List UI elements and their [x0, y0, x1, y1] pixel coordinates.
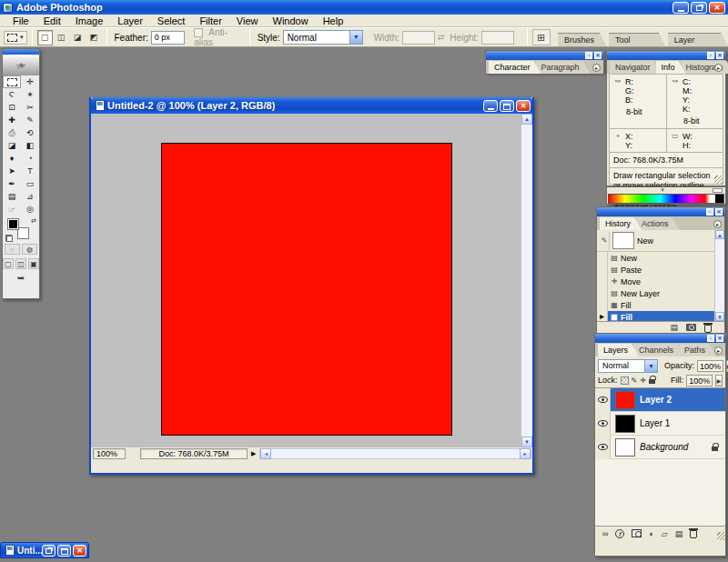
shape-tool[interactable]: ▭ [21, 177, 39, 190]
character-palette-titlebar[interactable]: ▫ ✕ [486, 51, 603, 60]
standard-mode-button[interactable]: ◌ [5, 244, 20, 255]
notes-tool[interactable]: ▤ [3, 190, 21, 203]
resize-grip[interactable] [717, 532, 725, 540]
gradient-tool[interactable]: ◧ [21, 139, 39, 152]
file-browser-button[interactable]: ⊞ [532, 29, 551, 45]
antialias-checkbox[interactable] [194, 28, 203, 37]
lasso-tool[interactable]: Ϛ [3, 88, 21, 101]
rectangular-marquee-tool[interactable] [3, 75, 21, 88]
layer-row-layer2[interactable]: Layer 2 [595, 388, 725, 412]
history-state-new[interactable]: ▤New [597, 252, 724, 264]
scroll-down-icon[interactable]: ▼ [521, 437, 532, 447]
horizontal-scrollbar[interactable]: ◂ ▸ [259, 448, 531, 459]
menu-image[interactable]: Image [68, 15, 111, 26]
min-close-button[interactable]: ✕ [73, 545, 86, 557]
new-group-button[interactable]: ▱ [662, 529, 668, 538]
height-input[interactable] [481, 31, 514, 45]
intersect-selection-button[interactable]: ◩ [86, 30, 102, 45]
history-state-paste[interactable]: ▤Paste [597, 264, 724, 276]
lock-all-icon[interactable] [649, 379, 655, 384]
resize-grip[interactable] [714, 176, 723, 184]
menu-help[interactable]: Help [316, 15, 351, 26]
blur-tool[interactable]: ♦ [3, 152, 21, 165]
foreground-color-swatch[interactable] [7, 218, 19, 230]
history-snapshot-row[interactable]: ✎ New [597, 230, 724, 252]
canvas[interactable] [161, 143, 452, 436]
palette-minimize-icon[interactable]: ▫ [707, 335, 714, 342]
quick-mask-mode-button[interactable]: ◍ [22, 244, 37, 255]
palette-close-icon[interactable]: ✕ [594, 52, 602, 59]
layer-name[interactable]: Layer 1 [640, 418, 670, 428]
eraser-tool[interactable]: ◪ [3, 139, 21, 152]
eye-icon[interactable] [598, 444, 608, 450]
lock-position-icon[interactable]: ✛ [640, 376, 646, 385]
delete-state-button[interactable] [704, 325, 712, 333]
history-palette-titlebar[interactable]: ▫ ✕ [597, 207, 724, 216]
layer-style-button[interactable]: f [615, 529, 624, 538]
clone-stamp-tool[interactable]: ⎙ [3, 126, 21, 139]
adjustment-layer-button[interactable]: ◐ [649, 529, 653, 538]
delete-layer-button[interactable] [690, 530, 697, 538]
history-state-new-layer[interactable]: ▤New Layer [597, 287, 724, 299]
fullscreen-button[interactable]: ▣ [28, 258, 39, 269]
tab-paths[interactable]: Paths [679, 344, 716, 356]
scroll-up-icon[interactable]: ▲ [715, 230, 724, 239]
well-tab-tool-presets[interactable]: Tool Presets [609, 33, 666, 46]
brush-tool[interactable]: ✎ [21, 114, 39, 126]
ramp-marker-icon[interactable]: ▼ [660, 187, 665, 193]
tab-paragraph[interactable]: Paragraph [536, 61, 591, 74]
edit-in-imageready-button[interactable]: ➥ [17, 273, 25, 283]
tab-channels[interactable]: Channels [633, 344, 684, 356]
scroll-down-icon[interactable]: ▼ [715, 312, 724, 321]
doc-maximize-button[interactable] [500, 100, 514, 112]
tab-actions[interactable]: Actions [636, 217, 680, 230]
close-button[interactable]: ✕ [709, 2, 725, 14]
tab-navigator[interactable]: Navigator [610, 61, 662, 74]
new-selection-button[interactable]: ▢ [37, 30, 53, 45]
standard-screen-button[interactable]: ▢ [3, 258, 14, 269]
add-layer-mask-button[interactable] [632, 529, 642, 537]
minimize-button[interactable] [672, 2, 689, 14]
palette-menu-icon[interactable]: ▸ [713, 220, 722, 228]
history-source-well[interactable]: ✎ [600, 232, 610, 250]
layer-name[interactable]: Layer 2 [640, 395, 672, 405]
default-colors-icon[interactable] [5, 235, 13, 242]
palette-minimize-icon[interactable]: ▫ [707, 52, 714, 59]
layers-palette-titlebar[interactable]: ▫ ✕ [595, 334, 725, 343]
menu-view[interactable]: View [229, 15, 266, 26]
new-snapshot-button[interactable] [686, 324, 696, 331]
palette-menu-icon[interactable]: ▸ [714, 346, 723, 355]
layer-row-layer1[interactable]: Layer 1 [595, 412, 725, 436]
doc-close-button[interactable]: ✕ [516, 100, 531, 112]
vertical-scrollbar[interactable]: ▲ ▼ [521, 114, 532, 447]
tool-preset-picker[interactable]: ▾ [4, 31, 27, 45]
history-scrollbar[interactable]: ▲ ▼ [714, 230, 724, 321]
style-select[interactable]: Normal ▾ [283, 30, 363, 45]
layer-name[interactable]: Background [640, 442, 688, 452]
scroll-right-icon[interactable]: ▸ [520, 448, 531, 459]
minimized-document-window[interactable]: Unti... ✕ [0, 542, 89, 558]
well-tab-brushes[interactable]: Brushes [558, 33, 607, 46]
eyedropper-tool[interactable]: ⊿ [21, 190, 39, 203]
new-layer-button[interactable]: ▤ [675, 529, 683, 538]
fullscreen-menubar-button[interactable]: ◫ [15, 258, 26, 269]
type-tool[interactable]: T [21, 165, 39, 177]
palette-close-icon[interactable]: ✕ [716, 335, 723, 342]
well-tab-layer-comps[interactable]: Layer Comps [668, 33, 728, 46]
document-titlebar[interactable]: Untitled-2 @ 100% (Layer 2, RGB/8) ✕ [91, 97, 532, 114]
menu-window[interactable]: Window [266, 15, 316, 26]
history-brush-tool[interactable]: ⟲ [21, 126, 39, 139]
hand-tool[interactable]: ☞ [3, 203, 21, 216]
healing-brush-tool[interactable]: ✚ [3, 114, 21, 126]
dodge-tool[interactable]: ◔ [21, 152, 39, 165]
zoom-tool[interactable]: ◎ [21, 203, 39, 216]
palette-minimize-icon[interactable]: ▫ [706, 208, 713, 216]
menu-edit[interactable]: Edit [36, 15, 68, 26]
min-maximize-button[interactable] [57, 545, 71, 557]
document-canvas-area[interactable]: ▲ ▼ [91, 114, 532, 447]
app-titlebar[interactable]: Adobe Photoshop ✕ [0, 0, 728, 15]
slice-tool[interactable]: ✂ [21, 101, 39, 114]
palette-menu-icon[interactable]: ▸ [714, 64, 723, 72]
tab-layers[interactable]: Layers [598, 344, 639, 356]
history-state-move[interactable]: ✛Move [597, 276, 724, 287]
